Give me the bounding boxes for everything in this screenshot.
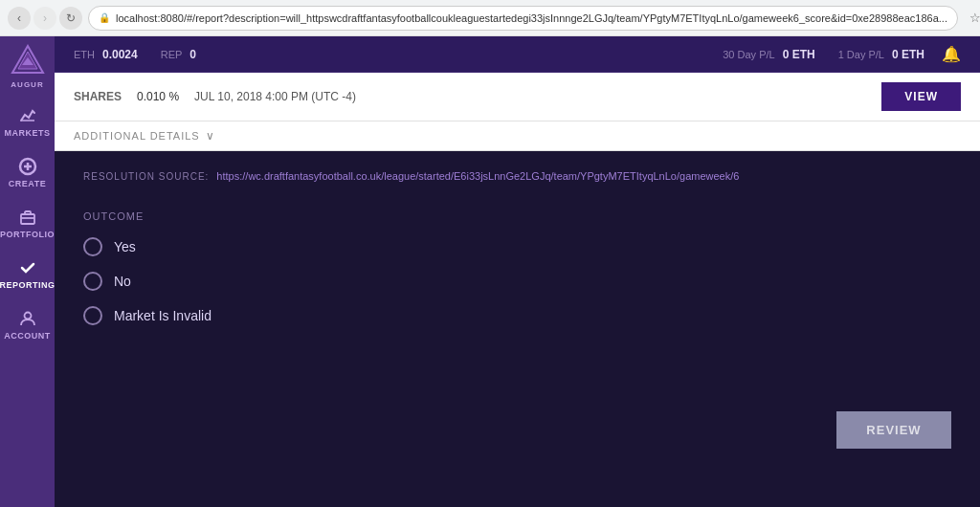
sidebar-item-account[interactable]: ACCOUNT: [0, 299, 55, 350]
radio-invalid[interactable]: [83, 306, 102, 325]
user-icon: [18, 309, 37, 328]
augur-logo[interactable]: AUGUR: [11, 44, 45, 89]
outcome-yes-label: Yes: [114, 239, 136, 254]
url-text: localhost:8080/#/report?description=will…: [116, 12, 947, 24]
sidebar-item-markets[interactable]: MARKETS: [0, 97, 55, 147]
outcome-label: OUTCOME: [83, 210, 951, 222]
scroll-content: SHARES 0.010 % JUL 10, 2018 4:00 PM (UTC…: [55, 73, 980, 507]
bookmark-button[interactable]: ☆: [964, 7, 980, 30]
outcome-options: Yes No Market Is Invalid: [83, 237, 951, 325]
back-button[interactable]: ‹: [8, 7, 31, 30]
review-area: REVIEW: [83, 354, 951, 449]
reporting-label: REPORTING: [0, 280, 56, 290]
review-button[interactable]: REVIEW: [836, 411, 951, 449]
outcome-section: OUTCOME Yes No: [83, 210, 951, 325]
top-header: ETH 0.0024 REP 0 30 Day P/L 0 ETH 1 Day …: [55, 36, 980, 73]
additional-details-label: ADDITIONAL DETAILS: [74, 130, 200, 142]
browser-nav-buttons: ‹ › ↻: [8, 7, 82, 30]
address-bar[interactable]: 🔒 localhost:8080/#/report?description=wi…: [88, 6, 958, 31]
report-area: RESOLUTION SOURCE: https://wc.draftfanta…: [55, 151, 980, 486]
outcome-option-yes[interactable]: Yes: [83, 237, 951, 256]
portfolio-icon: [18, 208, 37, 227]
radio-no[interactable]: [83, 272, 102, 291]
plus-icon: [18, 157, 37, 176]
sidebar-item-create[interactable]: CREATE: [0, 147, 55, 198]
radio-yes[interactable]: [83, 237, 102, 256]
market-info-bar: SHARES 0.010 % JUL 10, 2018 4:00 PM (UTC…: [55, 73, 980, 121]
pnl-30-label: 30 Day P/L: [723, 49, 774, 60]
additional-details-bar[interactable]: ADDITIONAL DETAILS ∨: [55, 121, 980, 151]
browser-action-buttons: ☆ ⚙ 🔔 ⋮: [964, 7, 980, 30]
eth-label: ETH: [74, 49, 95, 60]
chevron-down-icon: ∨: [206, 129, 215, 143]
rep-value: 0: [189, 48, 196, 61]
augur-logo-icon: [11, 44, 45, 78]
augur-logo-text: AUGUR: [11, 80, 43, 89]
svg-point-9: [24, 313, 31, 320]
outcome-option-no[interactable]: No: [83, 272, 951, 291]
pnl-1-label: 1 Day P/L: [838, 49, 884, 60]
svg-rect-7: [21, 214, 34, 224]
chart-icon: [18, 106, 37, 125]
resolution-link[interactable]: https://wc.draftfantasyfootball.co.uk/le…: [216, 170, 739, 182]
outcome-invalid-label: Market Is Invalid: [114, 308, 212, 323]
markets-label: MARKETS: [5, 128, 51, 138]
resolution-source: RESOLUTION SOURCE: https://wc.draftfanta…: [83, 170, 951, 182]
main-content: ETH 0.0024 REP 0 30 Day P/L 0 ETH 1 Day …: [55, 36, 980, 507]
shares-label: SHARES: [74, 90, 122, 103]
pnl-1-value: 0 ETH: [892, 48, 924, 61]
resolution-label: RESOLUTION SOURCE:: [83, 171, 209, 182]
sidebar-item-portfolio[interactable]: PORTFOLIO: [0, 198, 55, 249]
check-icon: [18, 258, 37, 277]
portfolio-label: PORTFOLIO: [0, 230, 55, 239]
rep-label: REP: [161, 49, 183, 60]
browser-chrome: ‹ › ↻ 🔒 localhost:8080/#/report?descript…: [0, 0, 980, 36]
forward-button[interactable]: ›: [33, 7, 56, 30]
create-label: CREATE: [9, 179, 46, 188]
outcome-no-label: No: [114, 274, 131, 289]
pnl-30-value: 0 ETH: [783, 48, 815, 61]
outcome-option-invalid[interactable]: Market Is Invalid: [83, 306, 951, 325]
bell-icon[interactable]: 🔔: [942, 45, 961, 63]
sidebar: AUGUR MARKETS CREATE: [0, 36, 55, 507]
reload-button[interactable]: ↻: [59, 7, 82, 30]
sidebar-item-reporting[interactable]: REPORTING: [0, 249, 55, 299]
market-date: JUL 10, 2018 4:00 PM (UTC -4): [194, 90, 356, 103]
eth-value: 0.0024: [102, 48, 138, 61]
account-label: ACCOUNT: [4, 331, 51, 341]
lock-icon: 🔒: [99, 12, 110, 23]
shares-value: 0.010 %: [137, 90, 179, 103]
view-button[interactable]: VIEW: [881, 82, 961, 111]
